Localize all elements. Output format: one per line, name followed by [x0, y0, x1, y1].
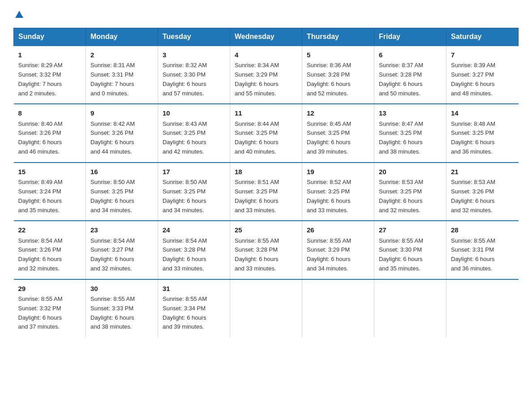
day-cell: 5Sunrise: 8:36 AMSunset: 3:28 PMDaylight… — [302, 46, 374, 104]
day-cell: 23Sunrise: 8:54 AMSunset: 3:27 PMDayligh… — [86, 221, 158, 279]
day-number: 6 — [379, 50, 442, 60]
day-number: 7 — [451, 50, 514, 60]
day-info: Sunrise: 8:32 AMSunset: 3:30 PMDaylight:… — [163, 61, 225, 98]
day-cell: 9Sunrise: 8:42 AMSunset: 3:26 PMDaylight… — [86, 104, 158, 162]
day-cell: 2Sunrise: 8:31 AMSunset: 3:31 PMDaylight… — [86, 46, 158, 104]
day-info: Sunrise: 8:53 AMSunset: 3:25 PMDaylight:… — [379, 178, 442, 215]
day-cell: 16Sunrise: 8:50 AMSunset: 3:25 PMDayligh… — [86, 163, 158, 221]
day-info: Sunrise: 8:54 AMSunset: 3:28 PMDaylight:… — [163, 236, 225, 274]
day-number: 23 — [90, 225, 153, 235]
week-row-3: 15Sunrise: 8:49 AMSunset: 3:24 PMDayligh… — [14, 163, 519, 221]
week-row-1: 1Sunrise: 8:29 AMSunset: 3:32 PMDaylight… — [14, 46, 519, 104]
day-info: Sunrise: 8:47 AMSunset: 3:25 PMDaylight:… — [379, 120, 442, 157]
day-cell: 15Sunrise: 8:49 AMSunset: 3:24 PMDayligh… — [14, 163, 86, 221]
day-cell — [374, 279, 446, 337]
day-cell: 29Sunrise: 8:55 AMSunset: 3:32 PMDayligh… — [14, 279, 86, 337]
day-info: Sunrise: 8:55 AMSunset: 3:32 PMDaylight:… — [18, 295, 82, 332]
day-info: Sunrise: 8:50 AMSunset: 3:25 PMDaylight:… — [90, 178, 153, 215]
day-info: Sunrise: 8:52 AMSunset: 3:25 PMDaylight:… — [307, 178, 369, 215]
day-cell: 22Sunrise: 8:54 AMSunset: 3:26 PMDayligh… — [14, 221, 86, 279]
week-row-2: 8Sunrise: 8:40 AMSunset: 3:26 PMDaylight… — [14, 104, 519, 162]
day-number: 27 — [379, 225, 442, 235]
day-info: Sunrise: 8:55 AMSunset: 3:28 PMDaylight:… — [235, 236, 297, 274]
day-info: Sunrise: 8:40 AMSunset: 3:26 PMDaylight:… — [18, 120, 82, 157]
day-cell: 1Sunrise: 8:29 AMSunset: 3:32 PMDaylight… — [14, 46, 86, 104]
day-info: Sunrise: 8:42 AMSunset: 3:26 PMDaylight:… — [90, 120, 153, 157]
day-number: 31 — [163, 283, 225, 294]
day-number: 4 — [235, 50, 297, 60]
header-saturday: Saturday — [446, 28, 519, 46]
day-cell: 13Sunrise: 8:47 AMSunset: 3:25 PMDayligh… — [374, 104, 446, 162]
day-info: Sunrise: 8:55 AMSunset: 3:29 PMDaylight:… — [307, 236, 369, 274]
day-number: 16 — [90, 167, 153, 177]
day-cell: 25Sunrise: 8:55 AMSunset: 3:28 PMDayligh… — [230, 221, 302, 279]
day-number: 18 — [235, 167, 297, 177]
day-number: 3 — [163, 50, 225, 60]
day-cell: 28Sunrise: 8:55 AMSunset: 3:31 PMDayligh… — [446, 221, 519, 279]
day-number: 20 — [379, 167, 442, 177]
day-cell: 14Sunrise: 8:48 AMSunset: 3:25 PMDayligh… — [446, 104, 519, 162]
calendar-table: SundayMondayTuesdayWednesdayThursdayFrid… — [13, 28, 519, 337]
day-info: Sunrise: 8:34 AMSunset: 3:29 PMDaylight:… — [235, 61, 297, 98]
day-number: 1 — [18, 50, 82, 60]
day-info: Sunrise: 8:53 AMSunset: 3:26 PMDaylight:… — [451, 178, 514, 215]
day-info: Sunrise: 8:54 AMSunset: 3:26 PMDaylight:… — [18, 236, 82, 274]
day-cell: 24Sunrise: 8:54 AMSunset: 3:28 PMDayligh… — [158, 221, 230, 279]
day-number: 5 — [307, 50, 369, 60]
day-info: Sunrise: 8:44 AMSunset: 3:25 PMDaylight:… — [235, 120, 297, 157]
day-number: 26 — [307, 225, 369, 235]
day-info: Sunrise: 8:55 AMSunset: 3:33 PMDaylight:… — [90, 295, 153, 332]
day-number: 21 — [451, 167, 514, 177]
day-cell — [446, 279, 519, 337]
header-tuesday: Tuesday — [158, 28, 230, 46]
day-info: Sunrise: 8:39 AMSunset: 3:27 PMDaylight:… — [451, 61, 514, 98]
day-cell: 6Sunrise: 8:37 AMSunset: 3:28 PMDaylight… — [374, 46, 446, 104]
day-info: Sunrise: 8:29 AMSunset: 3:32 PMDaylight:… — [18, 61, 82, 98]
day-info: Sunrise: 8:45 AMSunset: 3:25 PMDaylight:… — [307, 120, 369, 157]
day-info: Sunrise: 8:48 AMSunset: 3:25 PMDaylight:… — [451, 120, 514, 157]
day-number: 19 — [307, 167, 369, 177]
day-number: 10 — [163, 108, 225, 118]
header-thursday: Thursday — [302, 28, 374, 46]
header-wednesday: Wednesday — [230, 28, 302, 46]
page-header — [13, 9, 519, 20]
day-info: Sunrise: 8:43 AMSunset: 3:25 PMDaylight:… — [163, 120, 225, 157]
week-row-5: 29Sunrise: 8:55 AMSunset: 3:32 PMDayligh… — [14, 279, 519, 337]
day-cell: 27Sunrise: 8:55 AMSunset: 3:30 PMDayligh… — [374, 221, 446, 279]
day-number: 8 — [18, 108, 82, 118]
calendar-body: 1Sunrise: 8:29 AMSunset: 3:32 PMDaylight… — [14, 46, 519, 337]
day-cell: 12Sunrise: 8:45 AMSunset: 3:25 PMDayligh… — [302, 104, 374, 162]
day-cell: 31Sunrise: 8:55 AMSunset: 3:34 PMDayligh… — [158, 279, 230, 337]
logo-icon — [14, 10, 24, 20]
day-number: 14 — [451, 108, 514, 118]
day-info: Sunrise: 8:36 AMSunset: 3:28 PMDaylight:… — [307, 61, 369, 98]
day-info: Sunrise: 8:50 AMSunset: 3:25 PMDaylight:… — [163, 178, 225, 215]
day-info: Sunrise: 8:31 AMSunset: 3:31 PMDaylight:… — [90, 61, 153, 98]
day-info: Sunrise: 8:54 AMSunset: 3:27 PMDaylight:… — [90, 236, 153, 274]
day-info: Sunrise: 8:37 AMSunset: 3:28 PMDaylight:… — [379, 61, 442, 98]
day-info: Sunrise: 8:55 AMSunset: 3:31 PMDaylight:… — [451, 236, 514, 274]
logo — [13, 9, 24, 20]
day-number: 22 — [18, 225, 82, 235]
day-number: 17 — [163, 167, 225, 177]
day-number: 28 — [451, 225, 514, 235]
day-cell: 10Sunrise: 8:43 AMSunset: 3:25 PMDayligh… — [158, 104, 230, 162]
day-cell: 30Sunrise: 8:55 AMSunset: 3:33 PMDayligh… — [86, 279, 158, 337]
day-cell: 26Sunrise: 8:55 AMSunset: 3:29 PMDayligh… — [302, 221, 374, 279]
day-number: 12 — [307, 108, 369, 118]
header-row: SundayMondayTuesdayWednesdayThursdayFrid… — [14, 28, 519, 46]
day-cell: 19Sunrise: 8:52 AMSunset: 3:25 PMDayligh… — [302, 163, 374, 221]
day-info: Sunrise: 8:49 AMSunset: 3:24 PMDaylight:… — [18, 178, 82, 215]
svg-marker-0 — [15, 11, 23, 18]
day-cell: 8Sunrise: 8:40 AMSunset: 3:26 PMDaylight… — [14, 104, 86, 162]
day-number: 2 — [90, 50, 153, 60]
calendar-header: SundayMondayTuesdayWednesdayThursdayFrid… — [14, 28, 519, 46]
day-cell: 4Sunrise: 8:34 AMSunset: 3:29 PMDaylight… — [230, 46, 302, 104]
day-number: 25 — [235, 225, 297, 235]
day-cell: 20Sunrise: 8:53 AMSunset: 3:25 PMDayligh… — [374, 163, 446, 221]
day-number: 15 — [18, 167, 82, 177]
day-cell: 11Sunrise: 8:44 AMSunset: 3:25 PMDayligh… — [230, 104, 302, 162]
day-number: 9 — [90, 108, 153, 118]
day-number: 24 — [163, 225, 225, 235]
day-number: 11 — [235, 108, 297, 118]
